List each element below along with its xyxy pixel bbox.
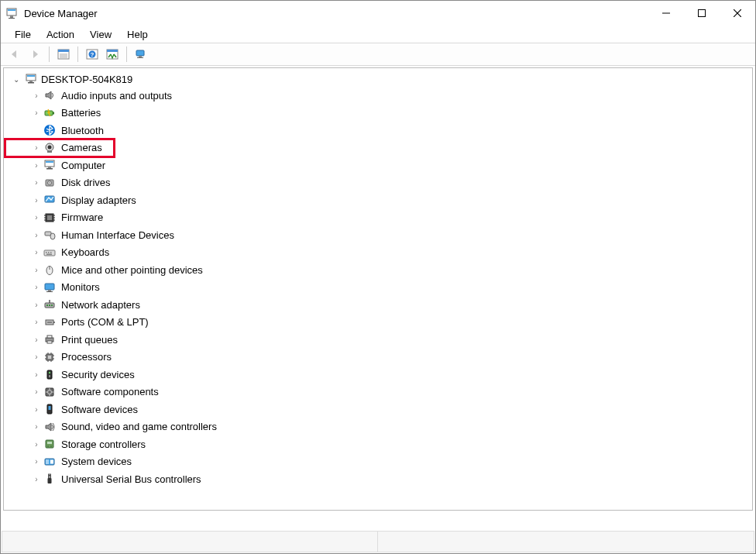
- security-icon: [43, 368, 57, 380]
- expand-icon[interactable]: ›: [32, 475, 41, 483]
- svg-rect-2: [10, 15, 13, 18]
- tree-node-swdev[interactable]: ›Software devices: [5, 401, 751, 418]
- tree-node-network[interactable]: ›Network adapters: [5, 296, 751, 314]
- display-icon: [43, 194, 57, 206]
- toolbar-forward-button[interactable]: [26, 45, 44, 64]
- svg-rect-18: [136, 50, 144, 56]
- cpu-icon: [43, 351, 57, 363]
- menu-action[interactable]: Action: [39, 27, 82, 42]
- tree-node-cpu[interactable]: ›Processors: [5, 349, 751, 366]
- sound-icon: [43, 421, 57, 433]
- node-label: Processors: [61, 351, 112, 363]
- camera-icon: [43, 142, 57, 154]
- expand-icon[interactable]: ›: [32, 143, 41, 152]
- menu-view[interactable]: View: [82, 27, 119, 42]
- node-label: Computer: [61, 160, 105, 171]
- tree-node-hid[interactable]: ›Human Interface Devices: [5, 226, 751, 244]
- expand-icon[interactable]: ›: [32, 196, 41, 205]
- expand-icon[interactable]: ›: [32, 387, 41, 396]
- expand-icon[interactable]: ›: [32, 405, 41, 414]
- app-icon: [5, 7, 18, 19]
- title-bar: Device Manager: [1, 1, 755, 26]
- speaker-icon: [43, 89, 57, 102]
- tree-node-bluetooth[interactable]: ›Bluetooth: [5, 122, 751, 139]
- expand-icon[interactable]: ›: [32, 248, 41, 256]
- node-label: Bluetooth: [61, 125, 104, 136]
- node-label: Human Interface Devices: [61, 229, 174, 241]
- svg-rect-17: [107, 50, 118, 52]
- tree-node-monitor[interactable]: ›Monitors: [5, 279, 751, 297]
- expand-icon[interactable]: ›: [32, 231, 41, 239]
- swdev-icon: [43, 403, 57, 415]
- toolbar-help-button[interactable]: ?: [83, 45, 101, 64]
- window-controls: [648, 1, 755, 26]
- tree-node-camera[interactable]: ›Cameras: [5, 139, 114, 157]
- monitor-icon: [43, 281, 57, 294]
- tree-node-swcomp[interactable]: ›Software components: [5, 384, 751, 401]
- tree-node-computer[interactable]: ›Computer: [5, 157, 751, 174]
- device-tree[interactable]: ⌄ DESKTOP-504K819 ›Audio inputs and outp…: [3, 67, 753, 511]
- node-label: Mice and other pointing devices: [61, 264, 203, 276]
- expand-icon[interactable]: ›: [32, 91, 41, 100]
- storage-icon: [43, 438, 57, 450]
- toolbar-devices-button[interactable]: [132, 45, 150, 64]
- tree-node-battery[interactable]: ›Batteries: [5, 105, 751, 122]
- expand-icon[interactable]: ›: [32, 422, 41, 431]
- tree-node-printer[interactable]: ›Print queues: [5, 331, 751, 349]
- tree-node-port[interactable]: ›Ports (COM & LPT): [5, 314, 751, 332]
- node-label: Storage controllers: [61, 439, 146, 450]
- expand-icon[interactable]: ›: [32, 161, 41, 170]
- collapse-icon[interactable]: ⌄: [12, 75, 21, 84]
- node-label: Audio inputs and outputs: [61, 90, 172, 102]
- tree-node-keyboard[interactable]: ›Keyboards: [5, 244, 751, 262]
- node-label: Network adapters: [61, 299, 140, 311]
- svg-rect-1: [8, 9, 15, 11]
- node-label: Disk drives: [61, 177, 111, 188]
- mouse-icon: [43, 263, 57, 276]
- expand-icon[interactable]: ›: [32, 370, 41, 379]
- expand-icon[interactable]: ›: [32, 283, 41, 291]
- expand-icon[interactable]: ›: [32, 108, 41, 117]
- expand-icon[interactable]: ›: [32, 301, 41, 309]
- maximize-button[interactable]: [684, 1, 720, 26]
- tree-node-usb[interactable]: ›Universal Serial Bus controllers: [5, 470, 751, 488]
- expand-icon[interactable]: ›: [32, 353, 41, 361]
- node-label: Print queues: [61, 334, 118, 346]
- expand-icon[interactable]: ›: [32, 178, 41, 187]
- close-button[interactable]: [720, 1, 755, 26]
- computer-icon: [43, 159, 57, 171]
- toolbar-scan-button[interactable]: [103, 45, 122, 64]
- toolbar-separator: [77, 46, 78, 62]
- expand-icon[interactable]: ›: [32, 457, 41, 466]
- expand-icon[interactable]: ›: [32, 213, 41, 222]
- firmware-icon: [43, 212, 57, 224]
- menu-help[interactable]: Help: [119, 27, 156, 42]
- menu-file[interactable]: File: [7, 27, 39, 42]
- root-label: DESKTOP-504K819: [41, 74, 132, 85]
- printer-icon: [43, 333, 57, 346]
- tree-node-mouse[interactable]: ›Mice and other pointing devices: [5, 261, 751, 279]
- network-icon: [43, 298, 57, 311]
- tree-node-storage[interactable]: ›Storage controllers: [5, 435, 751, 453]
- toolbar-separator: [126, 46, 127, 62]
- tree-node-disk[interactable]: ›Disk drives: [5, 174, 751, 192]
- tree-node-security[interactable]: ›Security devices: [5, 366, 751, 384]
- toolbar-properties-button[interactable]: [54, 45, 73, 64]
- svg-rect-5: [699, 10, 706, 17]
- minimize-button[interactable]: [648, 1, 684, 26]
- expand-icon[interactable]: ›: [32, 335, 41, 344]
- expand-icon[interactable]: ›: [32, 318, 41, 326]
- svg-rect-19: [139, 56, 142, 57]
- expand-icon[interactable]: ›: [32, 266, 41, 274]
- node-label: Universal Serial Bus controllers: [61, 473, 201, 485]
- tree-node-speaker[interactable]: ›Audio inputs and outputs: [5, 87, 751, 105]
- expand-icon[interactable]: ›: [32, 440, 41, 449]
- toolbar-back-button[interactable]: [5, 45, 24, 64]
- tree-node-display[interactable]: ›Display adapters: [5, 191, 751, 209]
- node-label: Ports (COM & LPT): [61, 316, 149, 328]
- svg-rect-3: [9, 18, 15, 19]
- tree-root[interactable]: ⌄ DESKTOP-504K819: [5, 71, 751, 87]
- tree-node-firmware[interactable]: ›Firmware: [5, 209, 751, 227]
- tree-node-system[interactable]: ›System devices: [5, 453, 751, 471]
- tree-node-sound[interactable]: ›Sound, video and game controllers: [5, 418, 751, 436]
